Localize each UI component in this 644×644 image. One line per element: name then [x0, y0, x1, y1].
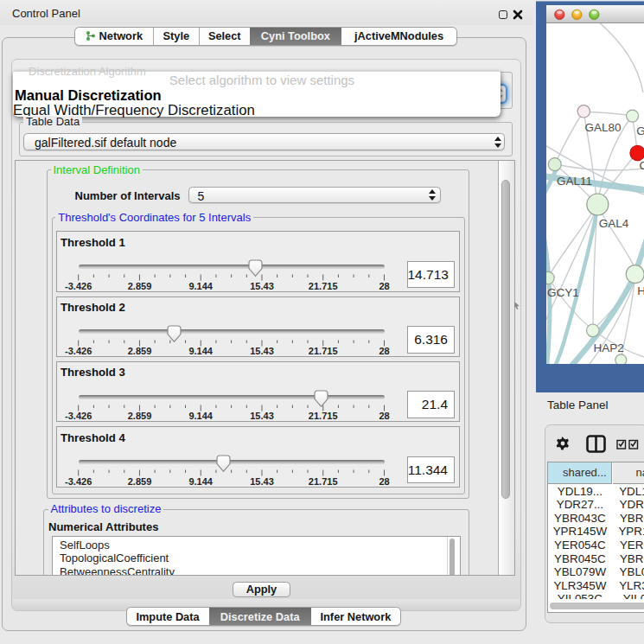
svg-text:GCY1: GCY1	[547, 286, 579, 299]
svg-text:H…: H…	[637, 284, 644, 297]
svg-text:HAP2: HAP2	[593, 341, 623, 354]
svg-text:GAL11: GAL11	[557, 175, 592, 188]
svg-text:C…: C…	[639, 159, 644, 172]
svg-text:GAL80: GAL80	[584, 121, 621, 134]
svg-text:G…: G…	[636, 124, 644, 137]
svg-text:GAL4: GAL4	[598, 217, 628, 230]
